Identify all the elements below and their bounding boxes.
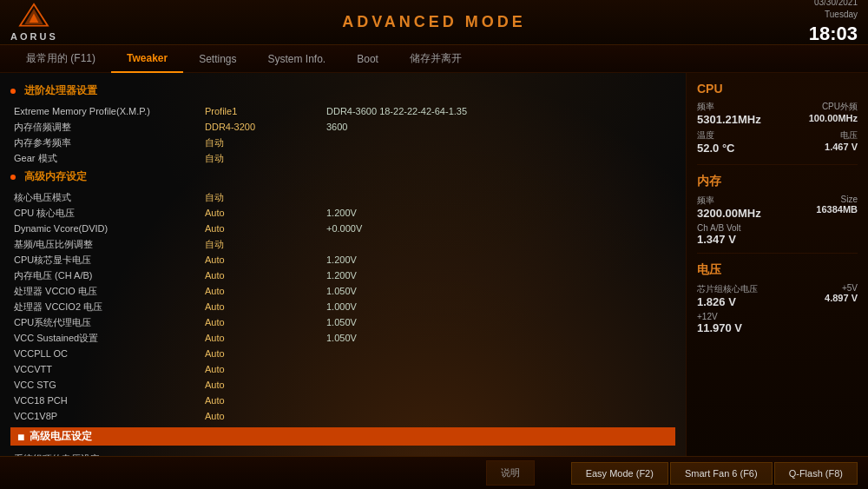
section-title-adv-volt: 高级电压设定 xyxy=(30,429,92,444)
setting-name-mem-freq: 内存倍频调整 xyxy=(14,121,205,134)
setting-value-vcc-stg: Auto xyxy=(205,380,326,390)
logo-area: AORUS xyxy=(10,3,115,42)
voltage-5v-label: +5V xyxy=(825,283,858,293)
section-title-advanced-cpu: 进阶处理器设置 xyxy=(24,83,97,98)
setting-name-vccio: 处理器 VCCIO 电压 xyxy=(14,285,205,298)
memory-size-label: Size xyxy=(816,195,858,204)
cpu-ext-freq-label: CPU外频 xyxy=(809,101,858,113)
tab-save[interactable]: 储存并离开 xyxy=(394,45,477,73)
setting-gear-mode[interactable]: Gear 模式 自动 xyxy=(10,150,675,166)
setting-vccvtt[interactable]: VCCVTT Auto xyxy=(10,361,675,377)
footer: 说明 Easy Mode (F2) Smart Fan 6 (F6) Q-Fla… xyxy=(0,456,868,489)
memory-section-title: 内存 xyxy=(697,174,858,189)
setting-value-gear-mode: 自动 xyxy=(205,152,326,165)
voltage-12v-label: +12V xyxy=(697,312,858,321)
tab-tweaker[interactable]: Tweaker xyxy=(111,45,183,73)
setting-ref-freq[interactable]: 内存参考频率 自动 xyxy=(10,135,675,150)
setting-value2-cpu-core-volt: 1.200V xyxy=(326,208,672,218)
setting-name-vcc-sustained: VCC Sustained设置 xyxy=(14,332,205,345)
setting-name-igpu-volt: CPU核芯显卡电压 xyxy=(14,254,205,267)
date-display: 03/30/2021 xyxy=(753,0,858,9)
mode-title: ADVANCED MODE xyxy=(342,13,526,30)
voltage-12v-value: 11.970 V xyxy=(697,321,858,334)
setting-name-cpu-sa: CPU系统代理电压 xyxy=(14,316,205,329)
cpu-freq-value: 5301.21MHz xyxy=(697,113,761,126)
setting-value-vccvtt: Auto xyxy=(205,364,326,374)
setting-vccio[interactable]: 处理器 VCCIO 电压 Auto 1.050V xyxy=(10,283,675,299)
memory-freq-label: 频率 xyxy=(697,195,761,207)
setting-mem-freq[interactable]: 内存倍频调整 DDR4-3200 3600 xyxy=(10,119,675,135)
setting-igpu-volt[interactable]: CPU核芯显卡电压 Auto 1.200V xyxy=(10,252,675,268)
section-bullet xyxy=(10,89,16,94)
voltage-settings-table: 核心电压模式 自动 CPU 核心电压 Auto 1.200V Dynamic V… xyxy=(10,189,675,424)
setting-cpu-core-volt[interactable]: CPU 核心电压 Auto 1.200V xyxy=(10,205,675,221)
setting-name-vccio2: 处理器 VCCIO2 电压 xyxy=(14,301,205,314)
qflash-button[interactable]: Q-Flash (F8) xyxy=(774,462,858,485)
setting-value-xmp: Profile1 xyxy=(205,106,326,116)
section-header-advanced-cpu: 进阶处理器设置 xyxy=(10,83,675,98)
setting-value2-xmp: DDR4-3600 18-22-22-42-64-1.35 xyxy=(326,106,672,116)
setting-value2-mem-volt: 1.200V xyxy=(326,270,672,281)
setting-xmp[interactable]: Extreme Memory Profile(X.M.P.) Profile1 … xyxy=(10,103,675,119)
tab-sysinfo[interactable]: System Info. xyxy=(253,45,342,73)
setting-name-vcc1v8p: VCC1V8P xyxy=(14,411,205,421)
main-panel[interactable]: 进阶处理器设置 Extreme Memory Profile(X.M.P.) P… xyxy=(0,73,686,456)
setting-value-vcc-sustained: Auto xyxy=(205,333,326,343)
setting-value-vccio2: Auto xyxy=(205,301,326,312)
cpu-temp-value: 52.0 °C xyxy=(697,142,735,155)
tab-favorites[interactable]: 最常用的 (F11) xyxy=(10,45,111,73)
nav-tabs: 最常用的 (F11) Tweaker Settings System Info.… xyxy=(0,45,868,73)
setting-name-bclk-ratio: 基频/电压比例调整 xyxy=(14,238,205,251)
cpu-ext-freq-value: 100.00MHz xyxy=(809,113,858,123)
voltage-chipset-value: 1.826 V xyxy=(697,295,758,308)
setting-value-mem-freq: DDR4-3200 xyxy=(205,122,326,132)
setting-value2-mem-freq: 3600 xyxy=(326,122,672,132)
tab-settings[interactable]: Settings xyxy=(183,45,252,73)
setting-value-igpu-volt: Auto xyxy=(205,254,326,265)
setting-value-bclk-ratio: 自动 xyxy=(205,238,326,251)
setting-value-cpu-sa: Auto xyxy=(205,317,326,327)
setting-mem-volt[interactable]: 内存电压 (CH A/B) Auto 1.200V xyxy=(10,268,675,283)
cpu-freq-row: 频率 5301.21MHz CPU外频 100.00MHz xyxy=(697,101,858,126)
aorus-text: AORUS xyxy=(10,31,58,42)
memory-volt-value: 1.347 V xyxy=(697,233,858,246)
tab-boot[interactable]: Boot xyxy=(341,45,394,73)
voltage-5v-value: 4.897 V xyxy=(825,293,858,303)
setting-value-ref-freq: 自动 xyxy=(205,136,326,149)
memory-volt-label: Ch A/B Volt xyxy=(697,223,858,233)
setting-name-dvid: Dynamic Vcore(DVID) xyxy=(14,223,205,234)
easy-mode-button[interactable]: Easy Mode (F2) xyxy=(571,462,668,485)
section-bullet-adv-volt: ■ xyxy=(17,430,24,444)
cpu-section-title: CPU xyxy=(697,82,858,96)
info-button[interactable]: 说明 xyxy=(486,460,535,486)
setting-name-vcc18-pch: VCC18 PCH xyxy=(14,395,205,406)
setting-value-dvid: Auto xyxy=(205,223,326,234)
setting-name-cpu-core-volt: CPU 核心电压 xyxy=(14,207,205,220)
setting-vccpll[interactable]: VCCPLL OC Auto xyxy=(10,346,675,361)
setting-core-volt-mode[interactable]: 核心电压模式 自动 xyxy=(10,189,675,205)
setting-vcc-sustained[interactable]: VCC Sustained设置 Auto 1.050V xyxy=(10,330,675,346)
info-section-cpu: CPU 频率 5301.21MHz CPU外频 100.00MHz 温度 52.… xyxy=(697,82,858,165)
smart-fan-button[interactable]: Smart Fan 6 (F6) xyxy=(670,462,773,485)
setting-name-xmp: Extreme Memory Profile(X.M.P.) xyxy=(14,106,205,116)
setting-vcc1v8p[interactable]: VCC1V8P Auto xyxy=(10,408,675,424)
info-section-voltage: 电压 芯片组核心电压 1.826 V +5V 4.897 V +12V 11.9… xyxy=(697,262,858,341)
setting-value2-cpu-sa: 1.050V xyxy=(326,317,672,327)
day-display: Tuesday xyxy=(753,9,858,21)
setting-vccio2[interactable]: 处理器 VCCIO2 电压 Auto 1.000V xyxy=(10,299,675,314)
setting-vcc18-pch[interactable]: VCC18 PCH Auto xyxy=(10,393,675,408)
time-display: 18:03 xyxy=(753,21,858,48)
setting-cpu-sa[interactable]: CPU系统代理电压 Auto 1.050V xyxy=(10,314,675,330)
setting-value2-dvid: +0.000V xyxy=(326,223,672,234)
cpu-voltage-value: 1.467 V xyxy=(825,142,858,152)
setting-bclk-ratio[interactable]: 基频/电压比例调整 自动 xyxy=(10,236,675,252)
cpu-voltage-label: 电压 xyxy=(825,129,858,142)
memory-freq-value: 3200.00MHz xyxy=(697,207,761,220)
setting-name-vccpll: VCCPLL OC xyxy=(14,348,205,359)
setting-dvid[interactable]: Dynamic Vcore(DVID) Auto +0.000V xyxy=(10,221,675,236)
header: AORUS ADVANCED MODE 03/30/2021 Tuesday 1… xyxy=(0,0,868,45)
section-header-adv-volt[interactable]: ■ 高级电压设定 xyxy=(10,427,675,446)
setting-name-gear-mode: Gear 模式 xyxy=(14,152,205,165)
setting-value2-vcc-sustained: 1.050V xyxy=(326,333,672,343)
setting-vcc-stg[interactable]: VCC STG Auto xyxy=(10,377,675,393)
